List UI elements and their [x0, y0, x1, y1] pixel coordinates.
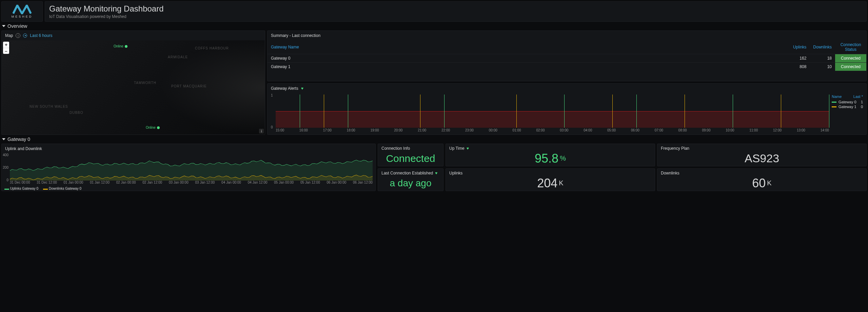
legend-row[interactable]: Gateway 0 1	[832, 100, 863, 104]
stat-title: Downlinks	[657, 169, 866, 175]
x-tick: 14:00	[821, 128, 829, 134]
col-uplinks[interactable]: Uplinks	[786, 40, 810, 54]
last-connection-value: a day ago	[378, 175, 443, 191]
zoom-control: + –	[3, 42, 9, 54]
x-tick: 31 Dec 12:00	[37, 181, 57, 185]
online-dot-icon	[157, 126, 160, 129]
x-tick: 01:00	[513, 128, 521, 134]
online-dot-icon	[125, 45, 127, 48]
legend-item[interactable]: Downlinks Gateway 0	[43, 187, 81, 190]
uplink-panel-header: Uplink and Downlink	[2, 144, 375, 153]
table-row[interactable]: Gateway 1 808 10 Connected	[268, 63, 866, 71]
x-tick: 01 Jan 12:00	[90, 181, 110, 185]
overview-grid: Map i Last 6 hours + – NEW SOUTH WALES A…	[0, 30, 868, 135]
col-gateway-name[interactable]: Gateway Name	[268, 40, 786, 54]
legend-swatch	[832, 102, 836, 103]
map-label: COFFS HARBOUR	[195, 46, 229, 50]
x-tick: 03 Jan 00:00	[169, 181, 189, 185]
x-tick: 23:00	[465, 128, 474, 134]
x-tick: 08:00	[678, 128, 687, 134]
alert-spike	[444, 95, 445, 128]
alert-spike	[829, 95, 830, 128]
map-body[interactable]: + – NEW SOUTH WALES ARMIDALE COFFS HARBO…	[2, 40, 265, 134]
uptime-value: 95.8%	[446, 151, 655, 166]
alert-spike	[300, 95, 300, 128]
x-tick: 09:00	[702, 128, 710, 134]
online-marker[interactable]: Online	[114, 44, 127, 48]
zoom-out-button[interactable]: –	[3, 48, 9, 54]
x-tick: 06 Jan 12:00	[353, 181, 373, 185]
x-tick: 22:00	[441, 128, 450, 134]
stat-title: Uplinks	[446, 169, 655, 175]
uplink-x-axis: 31 Dec 00:0031 Dec 12:0001 Jan 00:0001 J…	[10, 181, 373, 185]
x-tick: 01 Jan 00:00	[64, 181, 83, 185]
x-tick: 18:00	[347, 128, 355, 134]
alert-spike	[564, 95, 565, 128]
logo-icon	[12, 5, 32, 14]
stat-title: Last Connection Established♥	[378, 169, 443, 175]
stat-column: Connection Info Connected Last Connectio…	[378, 144, 867, 191]
map-label: ARMIDALE	[168, 55, 188, 59]
info-icon[interactable]: i	[16, 33, 20, 38]
alerts-chart[interactable]: 1 0 15:0016:0017:0018:0019:0020:0021:002…	[271, 95, 829, 134]
col-connection-status[interactable]: Connection Status	[835, 40, 866, 54]
heart-icon: ♥	[467, 146, 469, 151]
x-tick: 12:00	[773, 128, 782, 134]
legend-item[interactable]: Uplinks Gateway 0	[4, 187, 38, 190]
alerts-header: Gateway Alerts ♥	[268, 84, 866, 93]
section-title-gateway0: Gateway 0	[7, 137, 30, 142]
x-tick: 07:00	[655, 128, 663, 134]
overview-right-column: Summary - Last connection Gateway Name U…	[267, 30, 867, 135]
alerts-panel: Gateway Alerts ♥ 1 0 15:0016:0017:0018:0…	[267, 83, 867, 135]
uplink-title: Uplink and Downlink	[5, 146, 42, 151]
uplink-chart[interactable]	[10, 154, 373, 181]
uplink-downlink-panel: Uplink and Downlink 400 200 0 31 Dec 00:…	[1, 144, 376, 191]
section-toggle-overview[interactable]: Overview	[0, 22, 868, 30]
map-attribution-button[interactable]: i	[259, 129, 264, 133]
online-marker[interactable]: Online	[146, 126, 160, 129]
x-tick: 03 Jan 12:00	[195, 181, 215, 185]
x-tick: 31 Dec 00:00	[10, 181, 30, 185]
downlinks-panel: Downlinks 60K	[657, 168, 867, 191]
y-tick: 0	[271, 125, 273, 129]
alert-spike	[348, 95, 349, 128]
time-range-link[interactable]: Last 6 hours	[30, 33, 52, 38]
alert-spike	[324, 95, 324, 128]
chevron-down-icon	[2, 25, 5, 27]
uplink-legend: Uplinks Gateway 0 Downlinks Gateway 0	[4, 186, 81, 191]
chevron-down-icon	[2, 138, 5, 140]
map-label: NEW SOUTH WALES	[29, 105, 68, 108]
heart-icon: ♥	[301, 86, 303, 91]
col-downlinks[interactable]: Downlinks	[810, 40, 835, 54]
x-tick: 20:00	[394, 128, 402, 134]
alerts-x-axis: 15:0016:0017:0018:0019:0020:0021:0022:00…	[276, 128, 829, 134]
x-tick: 02 Jan 12:00	[142, 181, 162, 185]
cell-status: Connected	[835, 54, 866, 63]
x-tick: 06:00	[631, 128, 639, 134]
x-tick: 06 Jan 00:00	[327, 181, 346, 185]
uplink-y-axis: 400 200 0	[2, 154, 9, 181]
zoom-in-button[interactable]: +	[3, 42, 9, 48]
alerts-legend: Name Last * Gateway 0 1 Gateway 1 0	[829, 95, 863, 134]
alerts-body: 1 0 15:0016:0017:0018:0019:0020:0021:002…	[268, 93, 866, 134]
uptime-panel: Up Time♥ 95.8%	[446, 144, 655, 166]
x-tick: 15:00	[276, 128, 284, 134]
map-label: TAMWORTH	[134, 81, 156, 85]
legend-row[interactable]: Gateway 1 0	[832, 105, 863, 109]
clock-icon	[23, 34, 27, 38]
x-tick: 16:00	[299, 128, 308, 134]
x-tick: 02 Jan 00:00	[116, 181, 136, 185]
heart-icon: ♥	[435, 171, 437, 175]
cell-name: Gateway 0	[268, 54, 786, 63]
cell-status: Connected	[835, 63, 866, 71]
section-toggle-gateway0[interactable]: Gateway 0	[0, 135, 868, 144]
x-tick: 00:00	[489, 128, 497, 134]
x-tick: 04 Jan 12:00	[248, 181, 268, 185]
table-row[interactable]: Gateway 0 162 18 Connected	[268, 54, 866, 63]
alerts-title: Gateway Alerts	[271, 86, 298, 91]
alerts-y-axis: 1 0	[271, 95, 276, 128]
map-panel-header: Map i Last 6 hours	[2, 31, 265, 40]
section-title-overview: Overview	[7, 23, 27, 29]
freq-plan-panel: Frequency Plan AS923	[657, 144, 867, 166]
stat-right-block: Up Time♥ 95.8% Frequency Plan AS923 Upli…	[446, 144, 867, 191]
